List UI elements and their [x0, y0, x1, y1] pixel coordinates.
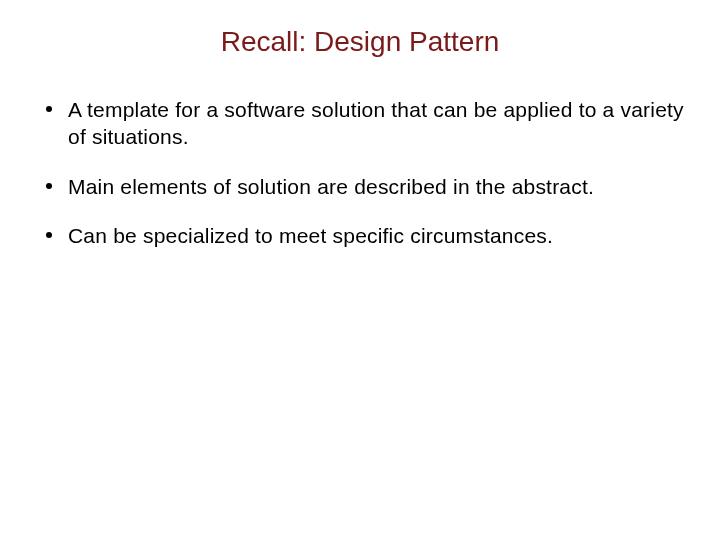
bullet-icon: [46, 106, 52, 112]
bullet-icon: [46, 183, 52, 189]
list-item: A template for a software solution that …: [36, 96, 684, 151]
bullet-icon: [46, 232, 52, 238]
list-item: Main elements of solution are described …: [36, 173, 684, 200]
bullet-text: A template for a software solution that …: [68, 96, 684, 151]
slide-container: Recall: Design Pattern A template for a …: [0, 0, 720, 540]
list-item: Can be specialized to meet specific circ…: [36, 222, 684, 249]
slide-title: Recall: Design Pattern: [36, 26, 684, 58]
bullet-text: Can be specialized to meet specific circ…: [68, 222, 553, 249]
bullet-text: Main elements of solution are described …: [68, 173, 594, 200]
bullet-list: A template for a software solution that …: [36, 96, 684, 249]
